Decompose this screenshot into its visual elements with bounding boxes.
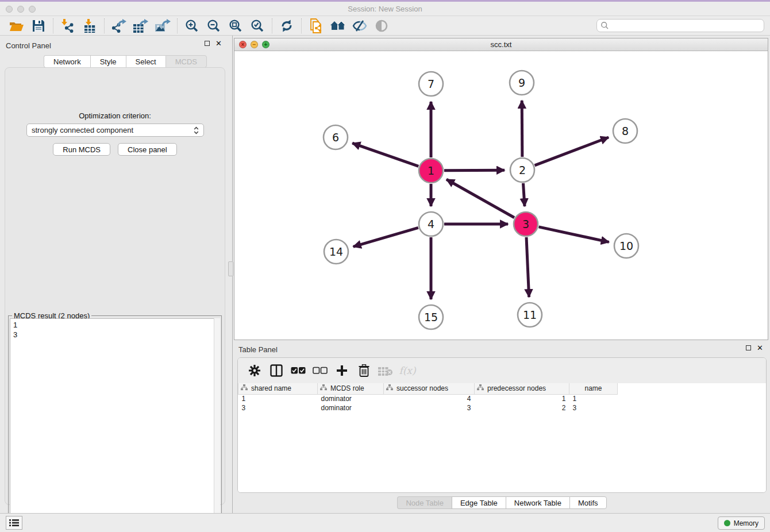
node-11[interactable]: 11 <box>518 303 542 327</box>
zoom-out-icon[interactable] <box>203 17 225 34</box>
column-header-shared-name[interactable]: shared name <box>238 383 318 394</box>
delete-table-icon[interactable] <box>376 361 395 380</box>
panel-splitter-handle[interactable] <box>228 261 233 276</box>
edge-2-8[interactable] <box>535 137 609 165</box>
tab-edge-table[interactable]: Edge Table <box>452 496 506 509</box>
column-header-MCDS-role[interactable]: MCDS role <box>318 383 384 394</box>
status-bar: Memory <box>0 513 770 532</box>
table-cell[interactable]: 1 <box>569 394 618 403</box>
table-cell[interactable]: dominator <box>318 403 384 413</box>
select-all-icon[interactable] <box>288 361 308 380</box>
edge-2-3[interactable] <box>523 183 525 206</box>
node-label: 1 <box>428 164 434 177</box>
node-3[interactable]: 3 <box>514 212 538 236</box>
close-table-panel-icon[interactable]: ✕ <box>757 345 763 350</box>
tab-node-table[interactable]: Node Table <box>397 496 452 509</box>
edge-3-10[interactable] <box>538 227 609 242</box>
column-header-successor-nodes[interactable]: successor nodes <box>384 383 475 394</box>
column-header-predecessor-nodes[interactable]: predecessor nodes <box>475 383 569 394</box>
float-panel-icon[interactable] <box>205 41 210 46</box>
node-4[interactable]: 4 <box>419 212 443 236</box>
close-panel-button[interactable]: Close panel <box>118 143 177 156</box>
eye-disabled-icon[interactable] <box>371 17 392 34</box>
tab-select[interactable]: Select <box>126 55 165 68</box>
node-10[interactable]: 10 <box>614 234 638 258</box>
search-icon <box>600 21 609 30</box>
node-2[interactable]: 2 <box>510 158 534 182</box>
table-toolbar: f(x) <box>238 358 766 383</box>
dropdown-stepper-icon <box>194 126 199 134</box>
save-icon[interactable] <box>28 17 49 34</box>
memory-button[interactable]: Memory <box>718 516 765 530</box>
run-mcds-button[interactable]: Run MCDS <box>53 143 110 156</box>
close-panel-icon[interactable]: ✕ <box>215 41 222 46</box>
node-7[interactable]: 7 <box>419 72 443 96</box>
criterion-dropdown[interactable]: strongly connected component <box>26 124 204 137</box>
table-cell[interactable]: 3 <box>384 403 475 413</box>
refresh-layout-icon[interactable] <box>276 17 298 34</box>
column-header-name[interactable]: name <box>569 383 618 394</box>
task-history-button[interactable] <box>6 516 22 530</box>
table-cell[interactable]: dominator <box>318 394 384 403</box>
table-cell[interactable]: 3 <box>569 403 618 413</box>
tab-network-table[interactable]: Network Table <box>506 496 569 509</box>
edge-4-14[interactable] <box>353 228 418 246</box>
edge-2-9[interactable] <box>522 101 522 157</box>
gear-icon[interactable] <box>245 361 264 380</box>
network-window-titlebar[interactable]: ×−+ scc.txt <box>234 38 768 51</box>
split-view-icon[interactable] <box>267 361 286 380</box>
result-scrollbar[interactable] <box>214 318 220 532</box>
export-table-icon[interactable] <box>130 17 152 34</box>
tab-mcds[interactable]: MCDS <box>165 55 207 68</box>
table-row[interactable]: 3dominator323 <box>238 403 618 413</box>
mcds-result-group: MCDS result (2 nodes) 1 3 <box>8 315 222 532</box>
delete-row-icon[interactable] <box>354 361 374 380</box>
float-table-panel-icon[interactable] <box>746 345 751 350</box>
node-label: 9 <box>518 76 525 89</box>
table-cell[interactable]: 4 <box>384 394 475 403</box>
tab-motifs[interactable]: Motifs <box>569 496 607 509</box>
edge-3-1[interactable] <box>446 179 514 217</box>
edge-1-6[interactable] <box>352 143 418 166</box>
network-canvas[interactable]: 7968124314101511 <box>234 51 768 340</box>
mcds-result-text[interactable]: 1 3 <box>10 318 220 532</box>
tab-network[interactable]: Network <box>44 55 90 68</box>
tab-style[interactable]: Style <box>90 55 126 68</box>
main-toolbar <box>0 16 770 36</box>
edge-3-11[interactable] <box>526 237 529 297</box>
zoom-in-icon[interactable] <box>181 17 203 34</box>
table-cell[interactable]: 1 <box>475 394 569 403</box>
search-input[interactable] <box>609 20 764 31</box>
node-label: 2 <box>519 164 526 176</box>
import-table-icon[interactable] <box>79 17 101 34</box>
node-1[interactable]: 1 <box>419 159 443 183</box>
node-9[interactable]: 9 <box>510 71 534 95</box>
edge-1-2[interactable] <box>444 170 505 171</box>
add-row-icon[interactable] <box>332 361 352 380</box>
home-icon[interactable] <box>327 17 349 34</box>
node-8[interactable]: 8 <box>613 119 637 143</box>
open-folder-icon[interactable] <box>6 17 28 34</box>
node-6[interactable]: 6 <box>324 125 348 149</box>
toolbar-separator <box>272 18 272 33</box>
hide-panel-eye-icon[interactable] <box>349 17 371 34</box>
column-label: name <box>584 384 602 392</box>
memory-label: Memory <box>734 519 759 527</box>
node-table[interactable]: shared nameMCDS rolesuccessor nodesprede… <box>238 383 766 492</box>
fx-icon[interactable]: f(x) <box>398 361 417 380</box>
deselect-all-icon[interactable] <box>310 361 330 380</box>
export-image-icon[interactable] <box>152 17 174 34</box>
import-network-icon[interactable] <box>57 17 79 34</box>
node-15[interactable]: 15 <box>419 305 443 329</box>
export-network-icon[interactable] <box>108 17 130 34</box>
zoom-fit-icon[interactable] <box>225 17 247 34</box>
zoom-selected-icon[interactable] <box>247 17 268 34</box>
control-panel-title: Control Panel <box>6 41 51 50</box>
table-row[interactable]: 1dominator411 <box>238 394 618 403</box>
table-cell[interactable]: 3 <box>238 403 318 413</box>
network-from-selection-icon[interactable] <box>305 17 327 34</box>
search-box[interactable] <box>596 19 764 32</box>
node-14[interactable]: 14 <box>324 240 348 264</box>
table-cell[interactable]: 2 <box>475 403 569 413</box>
table-cell[interactable]: 1 <box>238 394 318 403</box>
